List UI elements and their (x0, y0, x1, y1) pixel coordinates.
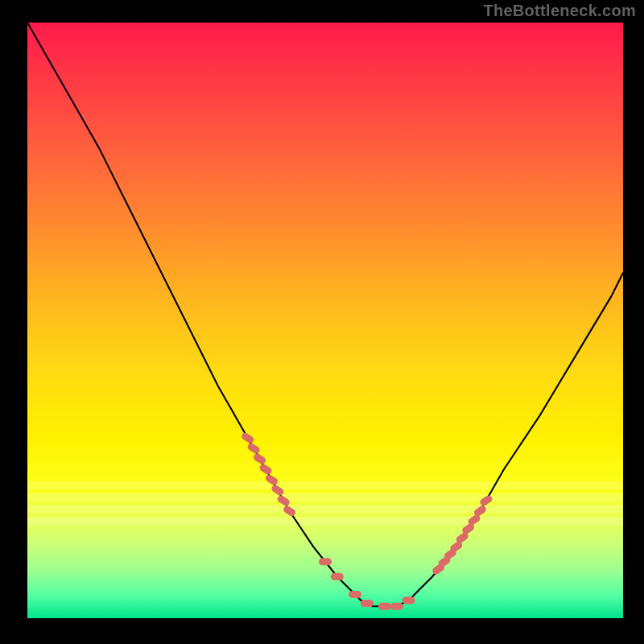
gradient-background (27, 23, 623, 618)
plot-area (27, 23, 623, 618)
chart-root: TheBottleneck.com (0, 0, 644, 644)
watermark-text: TheBottleneck.com (483, 2, 636, 20)
light-band (27, 493, 623, 502)
light-band (27, 505, 623, 513)
light-band (27, 481, 623, 489)
light-band (27, 517, 623, 525)
